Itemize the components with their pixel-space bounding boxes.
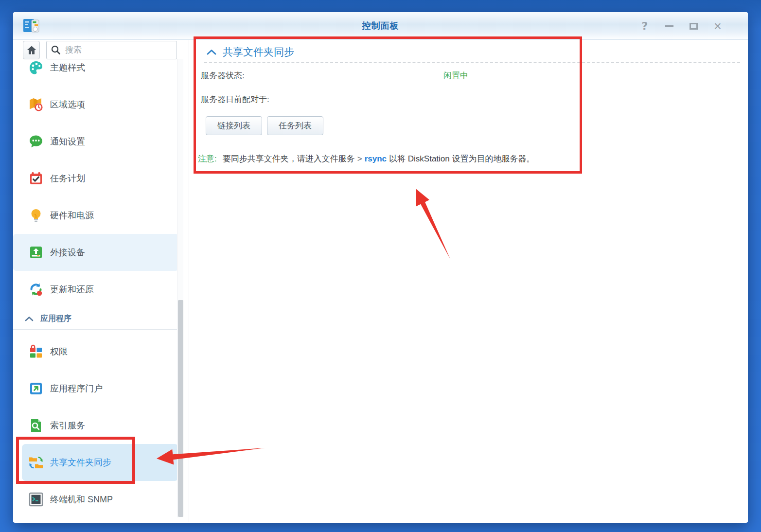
note-gt: > bbox=[357, 154, 362, 163]
sidebar-item-label: 硬件和电源 bbox=[50, 210, 94, 221]
sync-arrows-icon bbox=[28, 282, 44, 297]
sidebar-section-applications[interactable]: 应用程序 bbox=[13, 308, 180, 330]
sidebar-list: 主题样式 区域选项 通知设置 bbox=[13, 59, 180, 522]
desktop-background: 控制面板 ? × bbox=[0, 0, 761, 532]
sidebar-item-notification-settings[interactable]: 通知设置 bbox=[13, 123, 180, 160]
palette-icon bbox=[28, 60, 44, 75]
sidebar-section-label: 应用程序 bbox=[40, 314, 71, 324]
sidebar-item-task-scheduler[interactable]: 任务计划 bbox=[13, 160, 180, 197]
sidebar-item-privileges[interactable]: 权限 bbox=[13, 333, 180, 370]
window-title: 控制面板 bbox=[362, 20, 399, 32]
scrollbar-thumb[interactable] bbox=[178, 300, 183, 517]
home-icon bbox=[26, 44, 37, 56]
chevron-up-icon bbox=[25, 316, 34, 321]
collapse-chevron-icon[interactable] bbox=[207, 49, 216, 55]
note-body-after: 以将 DiskStation 设置为目的地服务器。 bbox=[389, 154, 534, 163]
sidebar: 主题样式 区域选项 通知设置 bbox=[13, 40, 189, 522]
grid-lock-icon bbox=[28, 344, 44, 359]
chat-bubble-icon bbox=[28, 134, 44, 149]
rsync-link[interactable]: rsync bbox=[365, 154, 387, 163]
minimize-icon bbox=[665, 25, 673, 27]
sidebar-item-label: 通知设置 bbox=[50, 136, 85, 147]
note-body-before: 要同步共享文件夹，请进入文件服务 bbox=[223, 154, 355, 163]
map-clock-icon bbox=[28, 97, 44, 112]
main-panel: 共享文件夹同步 服务器状态: 闲置中 服务器目前配对于: 链接列表 任务列表 注… bbox=[189, 40, 748, 522]
sidebar-item-application-portal[interactable]: 应用程序门户 bbox=[13, 370, 180, 407]
search-icon bbox=[51, 45, 61, 55]
task-list-button[interactable]: 任务列表 bbox=[267, 116, 323, 135]
home-button[interactable] bbox=[23, 41, 40, 59]
sidebar-item-label: 区域选项 bbox=[50, 99, 85, 110]
sidebar-item-regional-options[interactable]: 区域选项 bbox=[13, 86, 180, 123]
calendar-check-icon bbox=[28, 171, 44, 186]
sidebar-scrollbar[interactable] bbox=[177, 59, 183, 517]
portal-arrow-icon bbox=[28, 381, 44, 396]
doc-search-icon bbox=[28, 418, 44, 433]
sidebar-item-update-restore[interactable]: 更新和还原 bbox=[13, 271, 180, 308]
lightbulb-icon bbox=[28, 208, 44, 223]
note-text: 注意:要同步共享文件夹，请进入文件服务>rsync以将 DiskStation … bbox=[198, 153, 537, 164]
maximize-icon bbox=[690, 23, 698, 30]
terminal-icon bbox=[28, 492, 44, 507]
sidebar-item-indexing-service[interactable]: 索引服务 bbox=[13, 407, 180, 444]
server-paired-label: 服务器目前配对于: bbox=[201, 94, 269, 105]
section-divider bbox=[204, 62, 740, 63]
sidebar-item-theme-style[interactable]: 主题样式 bbox=[13, 59, 180, 86]
sidebar-item-terminal-snmp[interactable]: 终端机和 SNMP bbox=[13, 481, 180, 518]
control-panel-app-icon bbox=[22, 18, 41, 34]
sidebar-item-label: 外接设备 bbox=[50, 247, 85, 258]
control-panel-window: 控制面板 ? × bbox=[13, 12, 748, 523]
maximize-button[interactable] bbox=[689, 21, 698, 32]
search-input[interactable] bbox=[65, 45, 173, 55]
link-list-button[interactable]: 链接列表 bbox=[206, 116, 262, 135]
search-box[interactable] bbox=[46, 41, 177, 59]
help-button[interactable]: ? bbox=[640, 21, 650, 32]
folder-sync-icon bbox=[28, 455, 44, 470]
sidebar-item-label: 索引服务 bbox=[50, 420, 85, 431]
sidebar-item-hardware-power[interactable]: 硬件和电源 bbox=[13, 197, 180, 234]
sidebar-item-shared-folder-sync[interactable]: 共享文件夹同步 bbox=[22, 444, 178, 481]
titlebar[interactable]: 控制面板 ? × bbox=[13, 12, 748, 40]
note-prefix: 注意: bbox=[198, 154, 217, 163]
section-title: 共享文件夹同步 bbox=[223, 45, 294, 59]
server-status-label: 服务器状态: bbox=[201, 70, 245, 81]
server-status-value: 闲置中 bbox=[443, 70, 468, 81]
minimize-button[interactable] bbox=[664, 21, 674, 32]
sidebar-item-label: 权限 bbox=[50, 346, 68, 357]
sidebar-item-label: 共享文件夹同步 bbox=[50, 457, 111, 468]
sidebar-item-label: 终端机和 SNMP bbox=[50, 494, 113, 505]
sidebar-item-external-devices[interactable]: 外接设备 bbox=[13, 234, 178, 271]
external-device-icon bbox=[28, 245, 44, 260]
sidebar-item-label: 任务计划 bbox=[50, 173, 85, 184]
close-button[interactable]: × bbox=[713, 21, 723, 32]
sidebar-item-label: 更新和还原 bbox=[50, 284, 94, 295]
sidebar-item-label: 应用程序门户 bbox=[50, 383, 103, 394]
window-controls: ? × bbox=[640, 12, 723, 40]
sidebar-item-label: 主题样式 bbox=[50, 62, 85, 73]
